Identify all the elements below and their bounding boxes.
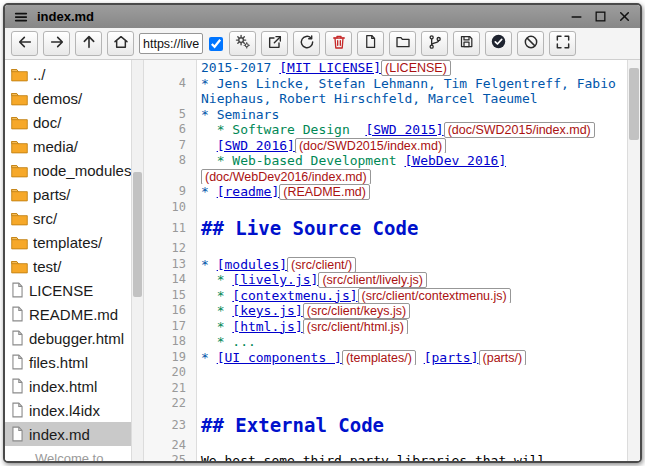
- home-button[interactable]: [107, 31, 134, 56]
- sidebar-scrollbar-thumb[interactable]: [133, 172, 142, 296]
- editor-line-18[interactable]: 18 * ...: [144, 334, 627, 350]
- editor-line-21[interactable]: 21: [144, 381, 627, 397]
- editor-line-6[interactable]: 6 * Software Design [SWD 2015](doc/SWD20…: [144, 122, 627, 138]
- markdown-link[interactable]: [parts]: [424, 350, 479, 365]
- markdown-link[interactable]: [keys.js]: [232, 303, 302, 318]
- cancel-button[interactable]: [517, 31, 544, 56]
- editor-line-5[interactable]: 5* Seminars: [144, 107, 627, 123]
- editor-line-17[interactable]: 17 * [html.js](src/client/html.js): [144, 319, 627, 335]
- sidebar-item-index-l4idx[interactable]: index.l4idx: [5, 398, 131, 422]
- sidebar-item-readme-md[interactable]: README.md: [5, 302, 131, 326]
- markdown-link[interactable]: [SWD 2015]: [365, 122, 443, 137]
- code-segment: (src/client/lively.js): [318, 272, 426, 288]
- editor-line-20[interactable]: 20: [144, 365, 627, 381]
- sidebar-item-index-md[interactable]: index.md: [5, 422, 131, 446]
- sidebar-item-node-modules[interactable]: node_modules/: [5, 158, 131, 182]
- code-text: * [keys.js](src/client/keys.js): [196, 303, 410, 319]
- code-segment: 2015-2017: [201, 60, 279, 75]
- markdown-link[interactable]: [modules]: [217, 257, 287, 272]
- new-folder-button[interactable]: [389, 31, 416, 56]
- code-segment: (LICENSE): [381, 60, 451, 76]
- editor-line-15[interactable]: 15 * [contextmenu.js](src/client/context…: [144, 288, 627, 304]
- sidebar-item-debugger-html[interactable]: debugger.html: [5, 326, 131, 350]
- sidebar-item-demos[interactable]: demos/: [5, 86, 131, 110]
- sidebar-item-media[interactable]: media/: [5, 134, 131, 158]
- editor-line-14[interactable]: 14 * [lively.js](src/client/lively.js): [144, 272, 627, 288]
- sidebar-scrollbar[interactable]: [131, 60, 144, 461]
- editor-content[interactable]: 2015-2017 [MIT LICENSE](LICENSE)4* Jens …: [144, 60, 627, 461]
- up-button[interactable]: [75, 31, 102, 56]
- editor-line-12[interactable]: 12: [144, 241, 627, 257]
- markdown-link[interactable]: [MIT LICENSE]: [279, 60, 381, 75]
- markdown-link[interactable]: [readme]: [217, 184, 280, 199]
- editor-line-22[interactable]: 22: [144, 396, 627, 412]
- editor-line-23[interactable]: 23## External Code: [144, 412, 627, 438]
- markdown-link[interactable]: [contextmenu.js]: [232, 288, 357, 303]
- sidebar-item-doc[interactable]: doc/: [5, 110, 131, 134]
- code-text: * [UI components ](templates/) [parts](p…: [196, 350, 526, 366]
- titlebar[interactable]: index.md: [5, 5, 640, 28]
- menu-icon[interactable]: [14, 10, 28, 24]
- fullscreen-button[interactable]: [549, 31, 576, 56]
- markdown-link[interactable]: [html.js]: [232, 319, 302, 334]
- live-checkbox[interactable]: [209, 37, 223, 51]
- maximize-button[interactable]: [594, 10, 607, 23]
- line-number: [144, 60, 196, 76]
- markdown-link[interactable]: [SWD 2016]: [217, 138, 295, 153]
- minimize-button[interactable]: [570, 10, 583, 23]
- folder-icon: [395, 34, 411, 54]
- editor-line-24[interactable]: 24: [144, 438, 627, 454]
- file-label: index.html: [29, 378, 97, 395]
- sidebar-item-test[interactable]: test/: [5, 254, 131, 278]
- sidebar-item-[interactable]: ../: [5, 62, 131, 86]
- editor-line-19[interactable]: 19* [UI components ](templates/) [parts]…: [144, 350, 627, 366]
- delete-button[interactable]: [325, 31, 352, 56]
- refresh-button[interactable]: [293, 31, 320, 56]
- sidebar-item-templates[interactable]: templates/: [5, 230, 131, 254]
- editor-line-7[interactable]: 7 [SWD 2016](doc/SWD2015/index.md): [144, 138, 627, 154]
- close-button[interactable]: [618, 10, 631, 23]
- editor-line-16[interactable]: 16 * [keys.js](src/client/keys.js): [144, 303, 627, 319]
- editor-line-25[interactable]: 25We host some third-party libraries tha…: [144, 453, 627, 461]
- editor-line-9[interactable]: 9* [readme](README.md): [144, 184, 627, 200]
- editor-line-11[interactable]: 11## Live Source Code: [144, 215, 627, 241]
- editor-line-wrap[interactable]: (doc/WebDev2016/index.md): [144, 169, 627, 185]
- line-number: 10: [144, 200, 196, 216]
- code-text: ## External Code: [196, 412, 384, 438]
- sidebar-item-index-html[interactable]: index.html: [5, 374, 131, 398]
- editor-line-10[interactable]: 10: [144, 200, 627, 216]
- file-icon: [11, 330, 24, 346]
- code-text: [196, 200, 201, 216]
- markdown-link[interactable]: [lively.js]: [232, 272, 318, 287]
- folder-icon: [11, 139, 28, 154]
- settings-button[interactable]: [229, 31, 256, 56]
- forward-button[interactable]: [43, 31, 70, 56]
- new-file-button[interactable]: [357, 31, 384, 56]
- editor-scrollbar-thumb[interactable]: [629, 68, 639, 140]
- sidebar-item-parts[interactable]: parts/: [5, 182, 131, 206]
- git-branch-icon: [427, 34, 443, 54]
- versions-button[interactable]: [421, 31, 448, 56]
- sidebar-item-files-html[interactable]: files.html: [5, 350, 131, 374]
- sidebar-item-license[interactable]: LICENSE: [5, 278, 131, 302]
- markdown-link[interactable]: [UI components ]: [217, 350, 342, 365]
- sidebar-item-src[interactable]: src/: [5, 206, 131, 230]
- markdown-editor[interactable]: 2015-2017 [MIT LICENSE](LICENSE)4* Jens …: [144, 60, 640, 461]
- editor-scrollbar[interactable]: [627, 60, 640, 461]
- arrow-left-icon: [17, 34, 33, 54]
- code-segment: ## External Code: [201, 414, 384, 436]
- markdown-link[interactable]: [WebDev 2016]: [405, 153, 507, 168]
- accept-button[interactable]: [485, 31, 512, 56]
- editor-line-wrap[interactable]: 2015-2017 [MIT LICENSE](LICENSE): [144, 60, 627, 76]
- file-label: index.md: [29, 426, 90, 443]
- editor-line-13[interactable]: 13* [modules](src/client/): [144, 257, 627, 273]
- code-segment: [416, 350, 424, 365]
- save-button[interactable]: [453, 31, 480, 56]
- back-button[interactable]: [11, 31, 38, 56]
- open-external-button[interactable]: [261, 31, 288, 56]
- editor-line-4[interactable]: 4* Jens Lincke, Stefan Lehmann, Tim Felg…: [144, 76, 627, 92]
- url-input[interactable]: [139, 33, 203, 54]
- editor-line-wrap[interactable]: Niephaus, Robert Hirschfeld, Marcel Taeu…: [144, 91, 627, 107]
- file-icon: [11, 378, 24, 394]
- editor-line-8[interactable]: 8 * Web-based Development [WebDev 2016]: [144, 153, 627, 169]
